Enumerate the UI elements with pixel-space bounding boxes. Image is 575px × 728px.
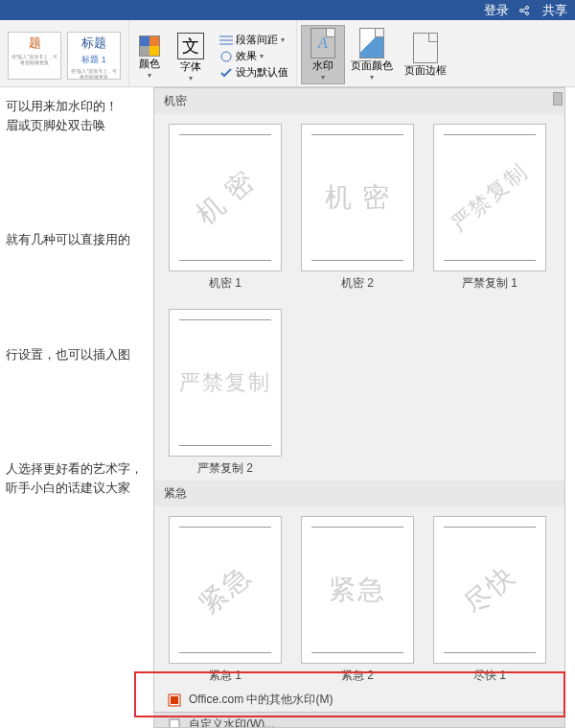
scrollbar[interactable] [553,92,563,106]
watermark-option[interactable]: 严禁复制 严禁复制 2 [168,309,283,477]
share-icon [518,5,530,16]
page-borders-button[interactable]: 页面边框 [399,25,452,84]
watermark-option[interactable]: 机 密 机密 1 [168,124,283,292]
svg-rect-11 [170,719,179,729]
title-bar: 登录 共享 [0,0,575,20]
office-icon [168,693,181,707]
body-text: 人选择更好看的艺术字，听手小白的话建议大家 [6,459,148,497]
watermark-gallery: 机密 机 密 机密 1 机 密 机密 2 严禁复制 严禁复制 1 严禁复制 严禁… [153,87,565,728]
theme-group: 颜色 ▾ 文 字体 ▾ 段落间距▾ 效果▾ 设为默认值 [129,20,297,86]
watermark-option[interactable]: 紧急 紧急 1 [168,516,283,684]
share-button[interactable]: 共享 [518,2,567,19]
check-icon [219,67,233,79]
effects-button[interactable]: 效果▾ [219,49,288,63]
page-color-button[interactable]: 页面颜色 ▾ [345,25,399,84]
login-button[interactable]: 登录 [484,2,509,19]
colors-button[interactable]: 颜色 ▾ [133,31,166,84]
watermark-button[interactable]: A 水印 ▾ [301,25,345,84]
body-text: 就有几种可以直接用的 [6,230,148,249]
watermark-option[interactable]: 严禁复制 严禁复制 1 [432,124,547,292]
styles-group: 题 在"描入"选项卡上，可将您能够更改 标题 标题 1 在"描入"选项卡上，可将… [0,20,129,86]
body-text: 行设置，也可以插入图 [6,345,148,364]
paragraph-spacing-button[interactable]: 段落间距▾ [219,33,288,47]
style-gallery[interactable]: 题 在"描入"选项卡上，可将您能够更改 标题 标题 1 在"描入"选项卡上，可将… [4,29,125,84]
watermark-option[interactable]: 尽快 尽快 1 [432,516,547,684]
chevron-down-icon: ▾ [370,73,374,82]
style-box[interactable]: 标题 标题 1 在"描入"选项卡上，可将您能够更改 [67,32,121,80]
more-office-watermarks[interactable]: Office.com 中的其他水印(M) [154,688,564,712]
colors-icon [139,35,160,57]
effects-icon [219,51,233,62]
page-borders-icon [413,33,438,63]
svg-point-0 [520,9,523,12]
format-options: 段落间距▾ 效果▾ 设为默认值 [216,31,292,84]
chevron-down-icon: ▾ [148,71,151,80]
style-box[interactable]: 题 在"描入"选项卡上，可将您能够更改 [8,32,61,80]
document-body: 可以用来加水印的！眉或页脚处双击唤 就有几种可以直接用的 行设置，也可以插入图 … [0,87,153,514]
watermark-option[interactable]: 紧急 紧急 2 [300,516,415,684]
chevron-down-icon: ▾ [189,74,193,82]
svg-point-2 [526,12,529,14]
ribbon: 题 在"描入"选项卡上，可将您能够更改 标题 标题 1 在"描入"选项卡上，可将… [0,20,575,87]
page-color-icon [359,28,384,59]
gallery-section-header: 紧急 [154,481,564,506]
body-text: 可以用来加水印的！眉或页脚处双击唤 [6,97,148,134]
set-default-button[interactable]: 设为默认值 [219,65,288,80]
custom-watermark[interactable]: 自定义水印(W)... [154,712,564,728]
svg-line-4 [523,11,526,12]
svg-point-8 [221,52,231,61]
svg-point-1 [526,6,529,9]
gallery-section-header: 机密 [154,88,564,114]
fonts-button[interactable]: 文 字体 ▾ [172,31,210,84]
font-icon: 文 [177,33,204,59]
watermark-icon: A [310,28,335,59]
page-background-group: A 水印 ▾ 页面颜色 ▾ 页面边框 [297,20,456,86]
chevron-down-icon: ▾ [321,73,325,82]
page-icon [168,718,181,729]
svg-rect-10 [171,696,178,704]
svg-line-3 [523,8,526,10]
spacing-icon [219,35,233,46]
watermark-option[interactable]: 机 密 机密 2 [300,124,415,292]
